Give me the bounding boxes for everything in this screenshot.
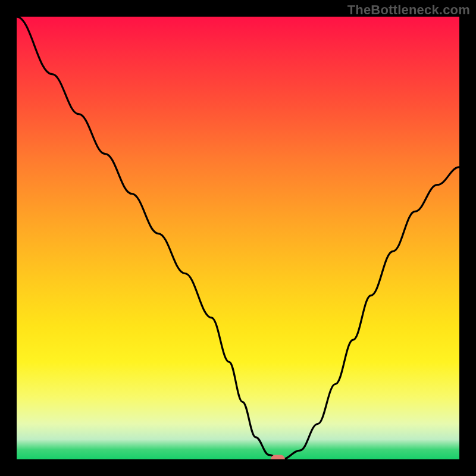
watermark-text: TheBottleneck.com bbox=[347, 2, 470, 18]
chart-frame: TheBottleneck.com bbox=[0, 0, 476, 476]
curve-path bbox=[17, 17, 459, 459]
plot-area bbox=[17, 17, 459, 459]
bottleneck-curve bbox=[17, 17, 459, 459]
optimum-marker bbox=[271, 455, 285, 460]
